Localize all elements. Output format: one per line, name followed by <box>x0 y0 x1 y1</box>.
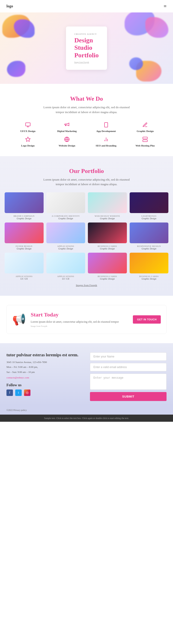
footer-name-input[interactable] <box>90 352 166 361</box>
service-label-web-hosting: Web Hosting Plus <box>135 144 155 147</box>
service-item-digital-marketing[interactable]: Digital Marketing <box>48 121 86 132</box>
start-today-text: Start Today Lorem ipsum dolor sit amet, … <box>31 312 128 327</box>
nav-menu-icon[interactable]: ≡ <box>164 3 166 9</box>
facebook-icon[interactable]: f <box>7 390 13 396</box>
portfolio-subcategory: Graphic Design <box>88 278 127 280</box>
portfolio-thumbnail <box>5 222 44 243</box>
megaphone-icon <box>63 121 71 128</box>
portfolio-subcategory: Graphic Design <box>5 247 44 250</box>
portfolio-item[interactable]: APPLICATIONS UI / UX <box>5 253 44 280</box>
portfolio-thumbnail <box>130 222 168 243</box>
twitter-icon[interactable]: t <box>15 390 22 396</box>
bottom-bar: Sample text. Click to select the text bo… <box>0 414 173 422</box>
portfolio-thumb-inner <box>88 192 127 213</box>
what-we-do-section: What We Do Lorem ipsum dolor sit amet, c… <box>0 84 173 156</box>
portfolio-category: A CORPORATE IDENTITY <box>46 215 85 217</box>
portfolio-category: APPLICATIONS <box>46 245 85 247</box>
portfolio-images-credit[interactable]: Images from Freepik <box>5 284 168 286</box>
portfolio-thumbnail <box>88 253 127 274</box>
portfolio-item[interactable]: BUSINESS CARDS Graphic Design <box>88 222 127 250</box>
service-item-logo-design[interactable]: Logo Design <box>9 136 47 147</box>
footer-bottom: ©2022 Privacy policy <box>0 406 173 414</box>
portfolio-thumbnail <box>46 253 85 274</box>
footer-section: tutor pulvinar esteras loremips est orem… <box>0 343 173 406</box>
service-label-seo-branding: SEO and Branding <box>96 144 116 147</box>
portfolio-grid: BRAND CAMPAIGN Graphic Design A CORPORAT… <box>5 192 168 280</box>
hero-card: CREATIVE AGENCY Design Studio Portfolio … <box>66 26 107 70</box>
hero-image-credit: Image from Freepik <box>74 61 99 63</box>
portfolio-item[interactable]: A CORPORATE IDENTITY Graphic Design <box>46 192 85 220</box>
portfolio-thumb-inner <box>5 253 44 274</box>
portfolio-item[interactable]: RESPONSIVE DESIGN Graphic Design <box>130 222 168 250</box>
portfolio-thumbnail <box>88 222 127 243</box>
portfolio-category: LIGHTBOXES <box>130 215 168 217</box>
portfolio-thumb-inner <box>130 253 168 274</box>
portfolio-category: RESPONSIVE DESIGN <box>130 245 168 247</box>
footer-follow: Follow us f t ◎ <box>7 383 83 396</box>
portfolio-subcategory: Graphic Design <box>46 217 85 220</box>
portfolio-subcategory: Graphic Design <box>130 217 168 220</box>
svg-rect-3 <box>104 122 108 127</box>
portfolio-subcategory: Graphic Design <box>88 217 127 220</box>
agency-label: CREATIVE AGENCY <box>74 33 99 35</box>
portfolio-thumbnail <box>5 192 44 213</box>
service-item-graphic-design[interactable]: Graphic Design <box>127 121 164 132</box>
service-item-seo-branding[interactable]: SEO and Branding <box>87 136 125 147</box>
portfolio-thumb-inner <box>46 192 85 213</box>
nav-logo: logo <box>7 4 13 8</box>
portfolio-thumbnail <box>46 222 85 243</box>
portfolio-thumbnail <box>130 253 168 274</box>
get-in-touch-button[interactable]: GET IN TOUCH <box>133 315 161 324</box>
portfolio-subcategory: UI / UX <box>46 278 85 280</box>
globe-icon <box>63 136 71 143</box>
submit-button[interactable]: SUBMIT <box>90 392 166 401</box>
portfolio-thumb-inner <box>46 222 85 243</box>
service-item-ui-ux[interactable]: UI/UX Design <box>9 121 47 132</box>
portfolio-thumb-inner <box>88 222 127 243</box>
portfolio-item[interactable]: APPLICATIONS Graphic Design <box>46 222 85 250</box>
service-item-web-hosting[interactable]: Web Hosting Plus <box>127 136 164 147</box>
footer-grid: tutor pulvinar esteras loremips est orem… <box>7 352 166 401</box>
hero-blob-7 <box>129 57 143 70</box>
portfolio-item[interactable]: BUSINESS CARDS Graphic Design <box>88 253 127 280</box>
service-label-logo-design: Logo Design <box>21 144 35 147</box>
service-label-ui-ux: UI/UX Design <box>20 130 36 132</box>
copyright-text: ©2022 Privacy policy <box>7 409 27 411</box>
portfolio-subcategory: Graphic Design <box>46 247 85 250</box>
services-grid: UI/UX Design Digital Marketing App Devel… <box>9 121 164 147</box>
portfolio-subcategory: Graphic Design <box>130 247 168 250</box>
portfolio-category: FLYER DESIGN <box>5 245 44 247</box>
svg-rect-11 <box>143 137 147 139</box>
footer-hours2: Sat – Sun: 9:00 am – 10 pm <box>7 370 83 374</box>
portfolio-thumbnail <box>46 192 85 213</box>
bottom-bar-text: Sample text. Click to select the text bo… <box>44 417 129 420</box>
star-icon <box>24 136 32 143</box>
instagram-icon[interactable]: ◎ <box>24 390 31 396</box>
start-today-icon: 📢 <box>12 313 26 326</box>
hero-blob-4 <box>145 17 168 38</box>
portfolio-item[interactable]: FLYER DESIGN Graphic Design <box>5 222 44 250</box>
service-label-digital-marketing: Digital Marketing <box>57 130 77 132</box>
footer-email[interactable]: contacts@esbnyc.com <box>7 376 29 379</box>
portfolio-item[interactable]: BUSINESS CARDS Graphic Design <box>130 253 168 280</box>
footer-address: 3045 10 Sunrize Avenue, 123-456-7890 <box>7 360 83 364</box>
portfolio-item[interactable]: WEB DESIGN WEBSITE Graphic Design <box>88 192 127 220</box>
portfolio-item[interactable]: BRAND CAMPAIGN Graphic Design <box>5 192 44 220</box>
pen-icon <box>141 121 149 128</box>
footer-message-input[interactable] <box>90 374 166 390</box>
start-today-heading: Start Today <box>31 312 128 318</box>
footer-hours1: Mon – Fri: 9:00 am – 8:00 pm, <box>7 365 83 369</box>
footer-follow-heading: Follow us <box>7 383 83 387</box>
portfolio-item[interactable]: APPLICATIONS UI / UX <box>46 253 85 280</box>
footer-email-input[interactable] <box>90 363 166 371</box>
navbar: logo ≡ <box>0 0 173 12</box>
portfolio-thumb-inner <box>46 253 85 274</box>
portfolio-thumbnail <box>5 253 44 274</box>
portfolio-category: BUSINESS CARDS <box>88 275 127 278</box>
portfolio-thumbnail <box>130 192 168 213</box>
hero-section: CREATIVE AGENCY Design Studio Portfolio … <box>0 12 173 84</box>
service-item-app-dev[interactable]: App Development <box>87 121 125 132</box>
portfolio-item[interactable]: LIGHTBOXES Graphic Design <box>130 192 168 220</box>
hero-title: Design Studio Portfolio <box>74 36 99 59</box>
service-item-website-design[interactable]: Website Design <box>48 136 86 147</box>
